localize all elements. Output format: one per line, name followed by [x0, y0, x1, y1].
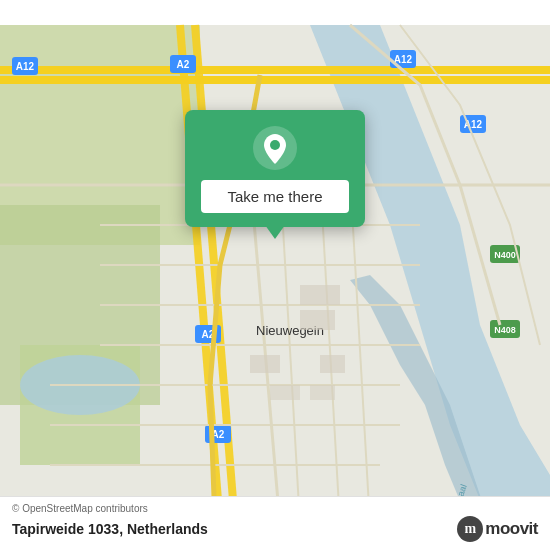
svg-rect-33 — [270, 385, 300, 400]
bottom-bar: © OpenStreetMap contributors Tapirweide … — [0, 496, 550, 550]
take-me-there-button[interactable]: Take me there — [201, 180, 349, 213]
svg-rect-32 — [320, 355, 345, 373]
moovit-logo: m moovit — [457, 516, 538, 542]
copyright-text: © OpenStreetMap contributors — [12, 503, 538, 514]
svg-text:N408: N408 — [494, 325, 516, 335]
address-label: Tapirweide 1033, Netherlands — [12, 521, 208, 537]
svg-rect-29 — [300, 285, 340, 305]
svg-rect-34 — [310, 385, 335, 400]
svg-point-36 — [270, 140, 280, 150]
svg-rect-30 — [300, 310, 335, 330]
map-background: A12 A2 A2 A2 A2 A12 A12 N400 N408 — [0, 0, 550, 550]
location-pin-icon — [253, 126, 297, 170]
svg-text:N400: N400 — [494, 250, 516, 260]
moovit-logo-icon: m — [457, 516, 483, 542]
moovit-logo-text: moovit — [485, 519, 538, 539]
svg-rect-31 — [250, 355, 280, 373]
svg-text:A2: A2 — [177, 59, 190, 70]
svg-text:A12: A12 — [16, 61, 35, 72]
map-container: A12 A2 A2 A2 A2 A12 A12 N400 N408 — [0, 0, 550, 550]
popup-card: Take me there — [185, 110, 365, 227]
